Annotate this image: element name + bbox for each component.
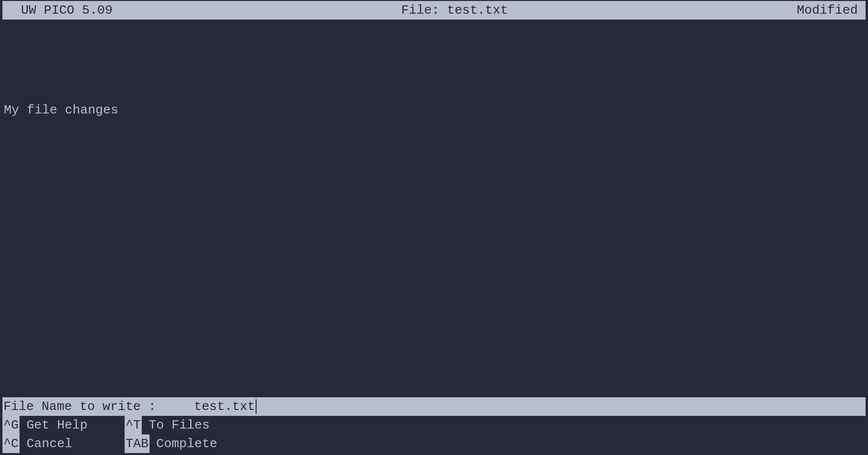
modified-status: Modified bbox=[797, 1, 862, 20]
key-badge: ^C bbox=[2, 434, 20, 453]
key-badge: TAB bbox=[125, 434, 150, 453]
file-label: File: test.txt bbox=[112, 1, 797, 20]
prompt-bar[interactable]: File Name to write : test.txt bbox=[2, 397, 866, 416]
editor-line: My file changes bbox=[4, 101, 864, 119]
help-row-2: ^C Cancel TAB Complete bbox=[2, 434, 866, 453]
help-get-help[interactable]: ^G Get Help bbox=[2, 416, 125, 434]
help-label: Complete bbox=[156, 434, 217, 453]
help-cancel[interactable]: ^C Cancel bbox=[2, 434, 125, 453]
help-label: Cancel bbox=[26, 434, 72, 453]
key-badge: ^T bbox=[125, 416, 142, 434]
help-row-1: ^G Get Help ^T To Files bbox=[2, 416, 866, 434]
title-bar: UW PICO 5.09 File: test.txt Modified bbox=[2, 1, 866, 20]
blank-line bbox=[4, 53, 864, 71]
cursor-icon bbox=[256, 399, 257, 414]
key-badge: ^G bbox=[2, 416, 20, 434]
help-complete[interactable]: TAB Complete bbox=[125, 434, 217, 453]
editor-area[interactable]: My file changes bbox=[0, 20, 868, 397]
prompt-label: File Name to write : bbox=[2, 397, 164, 416]
app-name: UW PICO 5.09 bbox=[6, 1, 112, 20]
filename-value: test.txt bbox=[194, 399, 255, 414]
help-label: Get Help bbox=[26, 416, 87, 434]
filename-input[interactable]: test.txt bbox=[164, 379, 257, 434]
help-area: ^G Get Help ^T To Files ^C Cancel TAB Co… bbox=[0, 416, 868, 455]
